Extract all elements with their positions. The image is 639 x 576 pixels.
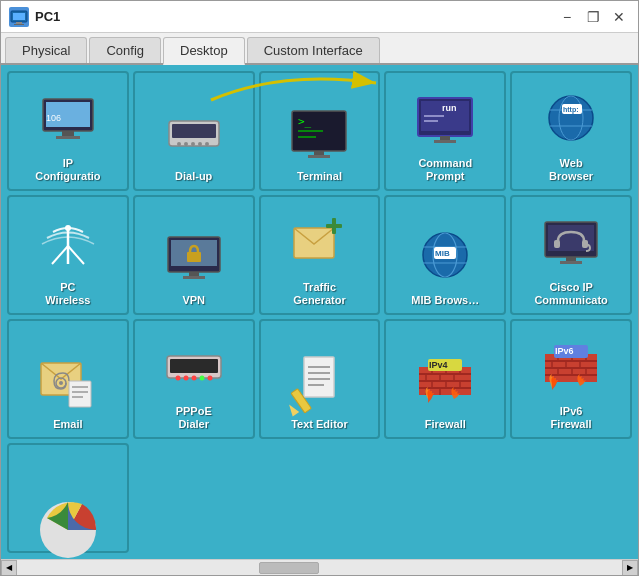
email-icon xyxy=(36,350,100,414)
scroll-left-button[interactable]: ◀ xyxy=(1,560,17,576)
pppoe-dialer-icon xyxy=(162,337,226,401)
svg-point-40 xyxy=(65,225,71,231)
svg-rect-64 xyxy=(69,381,91,407)
svg-text:MIB: MIB xyxy=(435,249,450,258)
web-browser-icon: http: xyxy=(539,89,603,153)
traffic-generator-icon xyxy=(287,213,351,277)
vpn-icon-cell[interactable]: VPN xyxy=(133,195,255,315)
minimize-button[interactable]: − xyxy=(556,6,578,28)
text-editor-icon xyxy=(287,350,351,414)
svg-rect-57 xyxy=(554,240,560,248)
svg-rect-48 xyxy=(332,218,336,234)
svg-text:http:: http: xyxy=(563,106,579,114)
svg-text:>_: >_ xyxy=(298,115,312,128)
web-browser-label: WebBrowser xyxy=(549,157,593,183)
mib-browser-label: MIB Brows… xyxy=(411,294,479,307)
svg-text:106: 106 xyxy=(46,113,61,123)
svg-point-31 xyxy=(549,96,593,140)
pie-chart-icon-cell[interactable] xyxy=(7,443,129,553)
svg-marker-81 xyxy=(286,402,299,416)
svg-point-12 xyxy=(177,142,181,146)
svg-text:IPv4: IPv4 xyxy=(429,360,448,370)
tab-custom-interface[interactable]: Custom Interface xyxy=(247,37,380,63)
svg-point-74 xyxy=(207,375,212,380)
mib-browser-icon: MIB xyxy=(413,226,477,290)
svg-point-15 xyxy=(198,142,202,146)
app-icon xyxy=(9,7,29,27)
vpn-icon xyxy=(162,226,226,290)
svg-rect-45 xyxy=(183,276,205,279)
svg-rect-29 xyxy=(440,136,450,140)
svg-rect-60 xyxy=(560,261,582,264)
traffic-generator-label: TrafficGenerator xyxy=(293,281,346,307)
cisco-ip-communicator-icon-cell[interactable]: Cisco IPCommunicato xyxy=(510,195,632,315)
restore-button[interactable]: ❐ xyxy=(582,6,604,28)
svg-point-13 xyxy=(184,142,188,146)
svg-line-38 xyxy=(52,246,68,264)
svg-rect-23 xyxy=(308,155,330,158)
text-editor-icon-cell[interactable]: Text Editor xyxy=(259,319,381,439)
svg-text:run: run xyxy=(442,103,457,113)
ipv6-firewall-label: IPv6Firewall xyxy=(551,405,592,431)
tab-config[interactable]: Config xyxy=(89,37,161,63)
svg-rect-8 xyxy=(62,131,74,136)
svg-rect-22 xyxy=(314,151,324,155)
svg-rect-1 xyxy=(13,13,25,20)
pie-chart-icon xyxy=(36,477,100,541)
dialup-icon-cell[interactable]: Dial-up xyxy=(133,71,255,191)
firewall-icon: IPv4 xyxy=(413,350,477,414)
ip-configuration-label: IPConfiguratio xyxy=(35,157,100,183)
email-label: Email xyxy=(53,418,82,431)
pc-wireless-icon-cell[interactable]: PCWireless xyxy=(7,195,129,315)
web-browser-icon-cell[interactable]: http: WebBrowser xyxy=(510,71,632,191)
terminal-label: Terminal xyxy=(297,170,342,183)
pc-wireless-icon xyxy=(36,213,100,277)
email-icon-cell[interactable]: Email xyxy=(7,319,129,439)
command-prompt-icon: run xyxy=(413,89,477,153)
svg-rect-9 xyxy=(56,136,80,139)
pppoe-dialer-icon-cell[interactable]: PPPoEDialer xyxy=(133,319,255,439)
close-button[interactable]: ✕ xyxy=(608,6,630,28)
command-prompt-icon-cell[interactable]: run CommandPrompt xyxy=(384,71,506,191)
terminal-icon: >_ xyxy=(287,102,351,166)
icon-grid: 106 IPConfiguratio xyxy=(1,65,638,559)
tab-desktop[interactable]: Desktop xyxy=(163,37,245,65)
tab-bar: Physical Config Desktop Custom Interface xyxy=(1,33,638,65)
svg-rect-3 xyxy=(14,24,24,25)
svg-point-63 xyxy=(59,381,63,385)
mib-browser-icon-cell[interactable]: MIB MIB Brows… xyxy=(384,195,506,315)
horizontal-scrollbar: ◀ ▶ xyxy=(1,559,638,575)
svg-point-14 xyxy=(191,142,195,146)
ip-configuration-icon: 106 xyxy=(36,89,100,153)
svg-point-72 xyxy=(191,375,196,380)
ip-configuration-icon-cell[interactable]: 106 IPConfiguratio xyxy=(7,71,129,191)
svg-rect-59 xyxy=(566,257,576,261)
svg-rect-75 xyxy=(304,357,334,397)
main-window: PC1 − ❐ ✕ Physical Config Desktop Custom… xyxy=(0,0,639,576)
pc-wireless-label: PCWireless xyxy=(45,281,90,307)
scroll-thumb[interactable] xyxy=(259,562,319,574)
desktop-content: 106 IPConfiguratio xyxy=(1,65,638,575)
terminal-icon-cell[interactable]: >_ Terminal xyxy=(259,71,381,191)
ipv6-firewall-icon-cell[interactable]: IPv6 IPv6Firewall xyxy=(510,319,632,439)
title-bar: PC1 − ❐ ✕ xyxy=(1,1,638,33)
command-prompt-label: CommandPrompt xyxy=(418,157,472,183)
svg-point-16 xyxy=(205,142,209,146)
firewall-icon-cell[interactable]: IPv4 Firewall xyxy=(384,319,506,439)
svg-point-71 xyxy=(183,375,188,380)
pppoe-dialer-label: PPPoEDialer xyxy=(176,405,212,431)
cisco-ip-communicator-icon xyxy=(539,213,603,277)
svg-point-73 xyxy=(199,375,204,380)
scroll-track[interactable] xyxy=(17,560,622,575)
svg-rect-44 xyxy=(189,272,199,276)
svg-line-39 xyxy=(68,246,84,264)
scroll-right-button[interactable]: ▶ xyxy=(622,560,638,576)
svg-rect-11 xyxy=(172,124,216,138)
ipv6-firewall-icon: IPv6 xyxy=(539,337,603,401)
svg-text:IPv6: IPv6 xyxy=(555,346,574,356)
tab-physical[interactable]: Physical xyxy=(5,37,87,63)
window-title: PC1 xyxy=(35,9,556,24)
svg-rect-43 xyxy=(187,252,201,262)
traffic-generator-icon-cell[interactable]: TrafficGenerator xyxy=(259,195,381,315)
svg-point-70 xyxy=(175,375,180,380)
